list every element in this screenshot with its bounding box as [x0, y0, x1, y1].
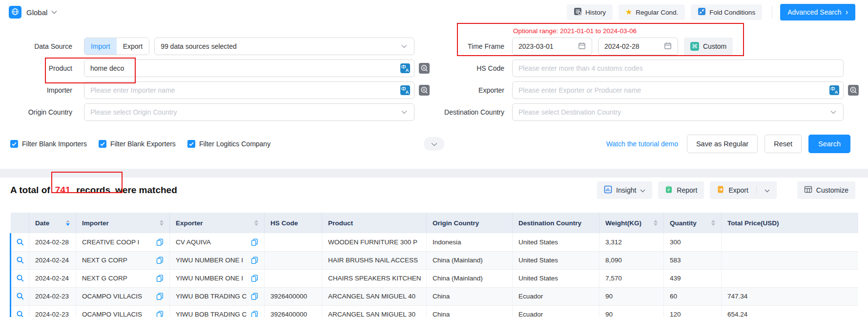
data-source-toggle: Import Export: [84, 38, 149, 55]
col-quantity[interactable]: Quantity: [664, 213, 722, 233]
checkbox-checked-icon: [187, 140, 195, 148]
cell-origin: China (Mainland): [427, 251, 513, 269]
col-product: Product: [322, 213, 427, 233]
sort-icon[interactable]: [254, 220, 258, 226]
cell-date: 2024-02-24: [29, 269, 76, 287]
report-button[interactable]: Report: [658, 181, 704, 199]
advanced-search-button[interactable]: Advanced Search ›: [780, 4, 855, 20]
chevron-down-icon: [431, 140, 437, 148]
copy-icon[interactable]: [156, 257, 164, 264]
customize-icon: [804, 186, 812, 195]
exact-match-icon[interactable]: [848, 85, 859, 96]
filters-row: Filter Blank Importers Filter Blank Expo…: [0, 135, 868, 153]
filter-blank-exporters-checkbox[interactable]: Filter Blank Exporters: [99, 140, 176, 148]
cell-date: 2024-02-23: [29, 287, 76, 305]
search-icon[interactable]: [16, 238, 24, 246]
table-row[interactable]: 2024-02-28 CREATIVE COOP I CV AQUIVA WOO…: [11, 233, 859, 251]
copy-icon[interactable]: [156, 275, 164, 282]
cell-hs-code: 3926400000: [265, 305, 322, 317]
results-summary: A total of741recordswere matched: [10, 184, 177, 197]
chevron-down-icon[interactable]: [765, 186, 770, 194]
save-as-regular-button[interactable]: Save as Regular: [687, 135, 758, 153]
export-tab[interactable]: Export: [117, 38, 149, 55]
destination-country-select[interactable]: Please select Destination Country: [512, 103, 844, 121]
cell-date: 2024-02-24: [29, 251, 76, 269]
col-date[interactable]: Date: [29, 213, 76, 233]
table-row[interactable]: 2024-02-24 NEXT G CORP YIWU NUMBER ONE I…: [11, 269, 859, 287]
filter-blank-importers-checkbox[interactable]: Filter Blank Importers: [10, 140, 87, 148]
exporter-input[interactable]: [518, 86, 826, 94]
cell-origin: China: [427, 305, 513, 317]
table-row[interactable]: 2024-02-24 NEXT G CORP YIWU NUMBER ONE I…: [11, 251, 859, 269]
copy-icon[interactable]: [251, 311, 258, 317]
translate-icon[interactable]: A: [829, 85, 839, 95]
cell-weight: 7,570: [599, 269, 664, 287]
reset-button[interactable]: Reset: [765, 135, 802, 153]
copy-icon[interactable]: [251, 257, 258, 264]
customize-button[interactable]: Customize: [797, 181, 855, 199]
col-importer[interactable]: Importer: [76, 213, 170, 233]
translate-icon[interactable]: A: [400, 63, 410, 73]
col-weight[interactable]: Weight(KG): [599, 213, 664, 233]
app-logo: [9, 6, 21, 19]
cell-date: 2024-02-23: [29, 305, 76, 317]
start-date-input[interactable]: 2023-03-01: [512, 38, 592, 55]
translate-icon[interactable]: A: [400, 85, 410, 95]
search-button[interactable]: Search: [808, 135, 850, 153]
cell-total-price: [722, 251, 859, 269]
search-icon[interactable]: [16, 256, 24, 264]
table-row[interactable]: 2024-02-23 OCAMPO VILLACIS YIWU BOB TRAD…: [11, 287, 859, 305]
copy-icon[interactable]: [156, 293, 164, 300]
cell-destination: United States: [513, 251, 599, 269]
copy-icon[interactable]: [251, 293, 258, 300]
search-icon[interactable]: [16, 292, 24, 300]
cell-weight: 3,312: [599, 233, 664, 251]
filter-logitics-company-checkbox[interactable]: Filter Logitics Company: [187, 140, 270, 148]
importer-input[interactable]: [90, 86, 396, 94]
copy-icon[interactable]: [156, 238, 164, 246]
search-icon[interactable]: [16, 274, 24, 282]
importer-label: Importer: [0, 86, 84, 94]
star-icon: ★: [625, 8, 632, 16]
copy-icon[interactable]: [251, 238, 258, 246]
table-row[interactable]: 2024-02-23 OCAMPO VILLACIS YIWU BOB TRAD…: [11, 305, 859, 317]
tutorial-demo-link[interactable]: Watch the tutorial demo: [606, 140, 678, 148]
chevron-down-icon[interactable]: [51, 10, 57, 14]
import-tab[interactable]: Import: [84, 38, 117, 55]
cell-destination: Ecuador: [513, 287, 599, 305]
regular-cond-button[interactable]: ★ Regular Cond.: [619, 4, 685, 20]
cell-importer: OCAMPO VILLACIS: [76, 305, 170, 317]
hs-code-input[interactable]: [518, 64, 837, 72]
form-right-column: Time Frame Optional range: 2021-01-01 to…: [434, 38, 868, 125]
custom-range-button[interactable]: ⌘ Custom: [684, 38, 733, 55]
data-sources-select[interactable]: 99 data sources selected: [154, 38, 414, 55]
col-exporter[interactable]: Exporter: [170, 213, 265, 233]
sort-icon[interactable]: [66, 220, 70, 226]
exact-match-icon[interactable]: [419, 63, 430, 74]
fold-conditions-button[interactable]: Fold Conditions: [691, 4, 762, 20]
copy-icon[interactable]: [251, 275, 258, 282]
market-selector-label[interactable]: Global: [26, 8, 47, 17]
history-icon: [574, 7, 582, 17]
globe-icon: [11, 8, 19, 17]
search-icon[interactable]: [16, 310, 24, 317]
history-label: History: [585, 9, 606, 16]
chevron-down-icon: [640, 186, 645, 194]
collapse-conditions-button[interactable]: [424, 137, 444, 151]
end-date-input[interactable]: 2024-02-28: [598, 38, 678, 55]
cell-total-price: 654.24: [722, 305, 859, 317]
sort-icon[interactable]: [711, 220, 715, 226]
sort-icon[interactable]: [654, 220, 658, 226]
chevron-down-icon: [830, 110, 836, 114]
exact-match-icon[interactable]: [419, 85, 430, 96]
origin-country-select[interactable]: Please select Origin Country: [84, 103, 414, 121]
insight-button[interactable]: Insight: [597, 181, 652, 199]
export-button[interactable]: Export: [710, 181, 776, 199]
report-icon: [665, 185, 673, 195]
fold-conditions-label: Fold Conditions: [709, 9, 755, 16]
section-divider: [0, 169, 868, 178]
sort-icon[interactable]: [160, 220, 164, 226]
history-button[interactable]: History: [567, 4, 613, 20]
copy-icon[interactable]: [156, 311, 164, 317]
product-input[interactable]: [90, 64, 396, 72]
